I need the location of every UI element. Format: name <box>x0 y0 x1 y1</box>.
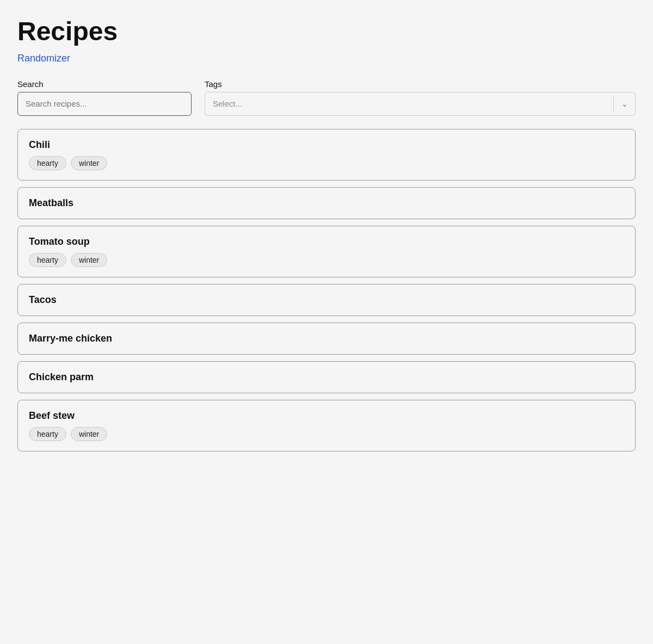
recipe-name: Tomato soup <box>29 236 624 247</box>
search-group: Search <box>17 79 192 116</box>
recipes-list: ChiliheartywinterMeatballsTomato souphea… <box>17 129 636 451</box>
recipe-card[interactable]: Tomato soupheartywinter <box>17 226 636 277</box>
recipe-name: Tacos <box>29 294 624 306</box>
tags-select[interactable]: Select... hearty winter <box>205 92 636 116</box>
recipe-tags: heartywinter <box>29 253 624 267</box>
tag-badge[interactable]: hearty <box>29 253 66 267</box>
tag-badge[interactable]: winter <box>71 427 107 441</box>
tags-group: Tags Select... hearty winter ⌄ <box>205 79 636 116</box>
page-title: Recipes <box>17 17 636 46</box>
search-row: Search Tags Select... hearty winter ⌄ <box>17 79 636 116</box>
tags-select-wrapper: Select... hearty winter ⌄ <box>205 92 636 116</box>
recipe-name: Chicken parm <box>29 371 624 383</box>
randomizer-link[interactable]: Randomizer <box>17 53 70 64</box>
search-input[interactable] <box>17 92 192 116</box>
search-label: Search <box>17 79 192 89</box>
recipe-name: Marry-me chicken <box>29 333 624 344</box>
recipe-name: Meatballs <box>29 197 624 209</box>
tag-badge[interactable]: hearty <box>29 427 66 441</box>
recipe-tags: heartywinter <box>29 156 624 170</box>
tags-label: Tags <box>205 79 636 89</box>
tag-badge[interactable]: hearty <box>29 156 66 170</box>
recipe-name: Beef stew <box>29 410 624 422</box>
recipe-card[interactable]: Tacos <box>17 284 636 316</box>
recipe-tags: heartywinter <box>29 427 624 441</box>
tag-badge[interactable]: winter <box>71 253 107 267</box>
recipe-card[interactable]: Chicken parm <box>17 361 636 393</box>
recipe-card[interactable]: Chiliheartywinter <box>17 129 636 181</box>
recipe-name: Chili <box>29 139 624 151</box>
recipe-card[interactable]: Meatballs <box>17 187 636 219</box>
recipe-card[interactable]: Marry-me chicken <box>17 323 636 355</box>
tag-badge[interactable]: winter <box>71 156 107 170</box>
recipe-card[interactable]: Beef stewheartywinter <box>17 400 636 451</box>
